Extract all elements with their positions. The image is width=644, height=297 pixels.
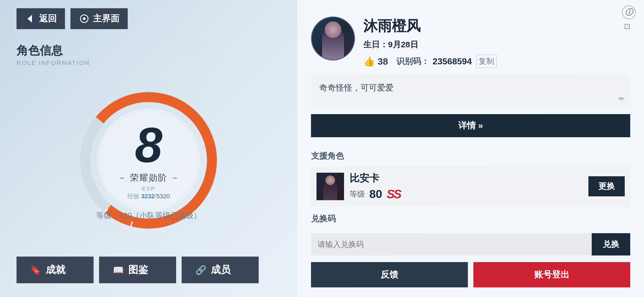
redeem-section: 兑换码 兑换: [311, 213, 630, 255]
gauge-area: 8 － 荣耀勋阶 － EXP 经验 3232/5320 等级：120（小队等级已…: [0, 72, 297, 248]
likes-number: 38: [378, 56, 388, 67]
bio-section: 奇奇怪怪，可可爱爱 ✏: [311, 75, 630, 108]
redeem-section-title: 兑换码: [311, 213, 630, 224]
avatar-image: [312, 17, 354, 60]
edit-profile-icon[interactable]: ⊡: [624, 22, 630, 31]
svg-point-2: [83, 17, 86, 20]
back-label: 返回: [39, 13, 57, 25]
user-avatar: [311, 16, 355, 61]
info-icon[interactable]: ⓘ: [622, 6, 636, 19]
support-char-card: 比安卡 等级 80 SS 更换: [311, 166, 630, 207]
redeem-input-row: 兑换: [311, 233, 630, 255]
char-avatar-image: [316, 173, 344, 200]
support-section-title: 支援角色: [311, 150, 630, 162]
char-level-label: 等级: [350, 189, 365, 199]
role-info-title: 角色信息 ROLE INFORMATION: [0, 37, 297, 72]
role-title-cn: 角色信息: [17, 43, 281, 58]
achievement-label: 成就: [46, 263, 66, 277]
gauge-center: 8 － 荣耀勋阶 － EXP 经验 3232/5320: [118, 120, 180, 200]
svg-marker-0: [28, 15, 32, 23]
left-panel: 返回 主界面 角色信息 ROLE INFORMATION: [0, 0, 297, 297]
like-icon: 👍: [363, 56, 375, 67]
exp-current: 3232: [141, 193, 155, 200]
char-level-row: 等级 80 SS: [350, 187, 583, 201]
birthday-label: 生日：: [363, 40, 388, 49]
likes-count: 👍 38: [363, 56, 388, 67]
bio-edit-icon[interactable]: ✏: [619, 95, 625, 103]
gauge-container: 8 － 荣耀勋阶 － EXP 经验 3232/5320 等级：120（小队等级已…: [66, 78, 231, 243]
members-label: 成员: [211, 263, 231, 277]
right-panel: ⓘ 沐雨橙风 ⊡ 生日：9月28日 👍 38 识别码： 23568594: [297, 0, 644, 297]
copy-id-button[interactable]: 复制: [476, 55, 496, 68]
id-value: 23568594: [433, 56, 472, 67]
id-label: 识别码：: [396, 56, 429, 67]
back-icon: [25, 13, 36, 24]
birthday-value: 9月28日: [388, 40, 418, 49]
id-code: 识别码： 23568594 复制: [396, 55, 496, 68]
user-profile: 沐雨橙风 ⊡ 生日：9月28日 👍 38 识别码： 23568594 复制: [311, 11, 630, 68]
exp-max: 5320: [156, 193, 170, 200]
detail-button[interactable]: 详情 »: [311, 114, 630, 137]
home-label: 主界面: [93, 13, 119, 25]
change-support-button[interactable]: 更换: [588, 176, 625, 196]
members-button[interactable]: 🔗 成员: [182, 257, 259, 283]
char-info: 比安卡 等级 80 SS: [350, 172, 583, 201]
honor-level-number: 8: [118, 120, 180, 170]
redeem-code-input[interactable]: [311, 233, 592, 255]
bottom-buttons: 🔖 成就 📖 图鉴 🔗 成员: [0, 248, 297, 297]
home-icon: [79, 13, 90, 24]
char-rank: SS: [387, 187, 401, 201]
bottom-actions: 反馈 账号登出: [311, 262, 630, 287]
user-name-row: 沐雨橙风 ⊡: [363, 16, 630, 36]
user-likes-row: 👍 38 识别码： 23568594 复制: [363, 55, 630, 68]
gallery-icon: 📖: [113, 265, 124, 275]
achievement-button[interactable]: 🔖 成就: [17, 257, 94, 283]
detail-label: 详情 »: [458, 120, 483, 132]
achievement-icon: 🔖: [30, 265, 41, 275]
exp-label-text: 经验: [127, 193, 140, 200]
back-button[interactable]: 返回: [17, 8, 65, 29]
username: 沐雨橙风: [363, 16, 421, 36]
logout-button[interactable]: 账号登出: [473, 262, 630, 287]
top-nav: 返回 主界面: [0, 0, 297, 37]
feedback-button[interactable]: 反馈: [311, 262, 468, 287]
gallery-button[interactable]: 📖 图鉴: [99, 257, 176, 283]
char-level-num: 80: [369, 188, 382, 201]
user-birthday: 生日：9月28日: [363, 39, 630, 50]
user-info: 沐雨橙风 ⊡ 生日：9月28日 👍 38 识别码： 23568594 复制: [363, 16, 630, 68]
redeem-button[interactable]: 兑换: [592, 233, 630, 255]
home-button[interactable]: 主界面: [70, 8, 128, 29]
gallery-label: 图鉴: [128, 263, 148, 277]
members-icon: 🔗: [195, 265, 206, 275]
exp-label: EXP 经验 3232/5320: [118, 185, 180, 200]
level-badge: 等级：120（小队等级已满级）: [96, 210, 201, 221]
support-section: 支援角色 比安卡 等级 80 SS 更换: [311, 150, 630, 207]
bio-text: 奇奇怪怪，可可爱爱: [319, 81, 622, 94]
honor-title: － 荣耀勋阶 －: [118, 172, 180, 184]
char-name: 比安卡: [350, 172, 583, 185]
role-title-en: ROLE INFORMATION: [17, 59, 281, 67]
support-char-avatar: [316, 173, 344, 200]
